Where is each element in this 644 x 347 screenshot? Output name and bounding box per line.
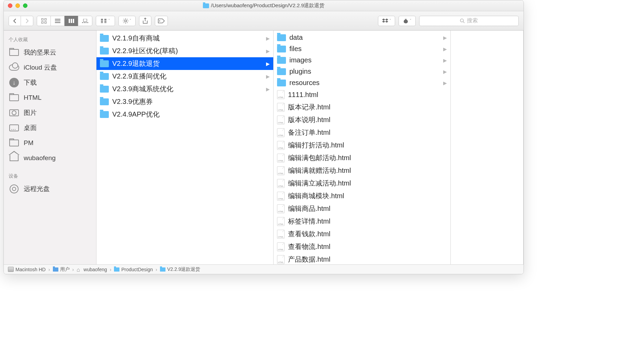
folder-row[interactable]: images▶ <box>274 55 450 66</box>
file-row[interactable]: HTML编辑商品.html <box>274 202 450 215</box>
search-input[interactable]: 搜索 <box>419 16 519 26</box>
file-row[interactable]: HTML编辑打折活动.html <box>274 139 450 152</box>
svg-rect-20 <box>104 22 106 23</box>
dropbox-button[interactable]: ˇ <box>378 16 395 26</box>
svg-rect-16 <box>101 21 103 22</box>
folder-row[interactable]: V2.4.9APP优化 <box>96 108 273 121</box>
sidebar-section-devices: 设备 <box>4 172 96 181</box>
sidebar-item[interactable]: 我的坚果云 <box>4 45 96 60</box>
path-segment[interactable]: wubaofeng <box>77 267 107 272</box>
file-row[interactable]: HTML版本说明.html <box>274 113 450 126</box>
forward-button[interactable] <box>21 16 33 26</box>
file-row[interactable]: HTML1111.html <box>274 88 450 101</box>
folder-row[interactable]: plugins▶ <box>274 66 450 77</box>
sidebar-item[interactable]: 桌面 <box>4 120 96 135</box>
folder-row[interactable]: V2.2.9直播间优化▶ <box>96 70 273 83</box>
column-view-button[interactable] <box>65 16 78 26</box>
folder-icon <box>114 267 119 272</box>
svg-rect-11 <box>82 22 83 23</box>
item-name: 标签详情.html <box>288 217 330 226</box>
svg-rect-15 <box>101 19 103 20</box>
item-name: 编辑商品.html <box>288 204 330 213</box>
chevron-right-icon: ▶ <box>443 46 447 52</box>
column-2[interactable]: data▶files▶images▶plugins▶resources▶HTML… <box>274 31 451 264</box>
folder-row[interactable]: files▶ <box>274 43 450 55</box>
folder-row[interactable]: V2.2.9退款退货▶ <box>96 57 273 70</box>
users-icon <box>53 267 58 272</box>
svg-rect-19 <box>104 21 106 22</box>
item-name: V2.2.9直播间优化 <box>112 72 166 81</box>
svg-rect-7 <box>69 19 70 23</box>
column-1[interactable]: V2.1.9自有商城▶V2.2.9社区优化(草稿)▶V2.2.9退款退货▶V2.… <box>96 31 274 264</box>
sidebar-item-label: 桌面 <box>24 123 37 132</box>
disk-icon <box>8 267 14 272</box>
sidebar-item[interactable]: ↓下载 <box>4 75 96 90</box>
sidebar-item-label: 图片 <box>24 108 37 117</box>
item-name: plugins <box>289 68 311 75</box>
zoom-button[interactable] <box>23 3 27 8</box>
download-icon: ↓ <box>9 77 20 88</box>
window-title: /Users/wubaofeng/ProductDesign/V2.2.9退款退… <box>4 2 524 9</box>
group-by-button[interactable]: ˇ <box>96 16 115 26</box>
path-segment[interactable]: ProductDesign <box>114 267 153 272</box>
html-file-icon: HTML <box>277 128 285 137</box>
list-view-button[interactable] <box>51 16 65 26</box>
file-row[interactable]: HTML查看物流.html <box>274 240 450 253</box>
minimize-button[interactable] <box>15 3 20 8</box>
file-row[interactable]: HTML编辑商城模块.html <box>274 190 450 202</box>
file-row[interactable]: HTML版本记录.html <box>274 101 450 113</box>
sidebar-item[interactable]: HTML <box>4 90 96 105</box>
chevron-right-icon: › <box>110 267 112 272</box>
column-3[interactable] <box>451 31 524 264</box>
file-row[interactable]: HTML编辑满包邮活动.html <box>274 152 450 164</box>
sidebar-item-label: HTML <box>24 94 42 101</box>
folder-icon <box>100 73 109 80</box>
path-segment[interactable]: 用户 <box>53 266 70 273</box>
file-row[interactable]: HTML查看钱款.html <box>274 228 450 240</box>
tags-button[interactable] <box>155 16 168 26</box>
folder-row[interactable]: resources▶ <box>274 77 450 88</box>
disc-icon <box>9 183 20 194</box>
item-name: V2.3.9优惠券 <box>112 97 153 106</box>
file-row[interactable]: HTML编辑满立减活动.html <box>274 177 450 190</box>
chevron-right-icon: › <box>72 267 74 272</box>
item-name: 编辑打折活动.html <box>288 141 344 150</box>
strawberry-button[interactable]: ˇ <box>399 16 416 26</box>
sidebar-item[interactable]: 远程光盘 <box>4 181 96 196</box>
sidebar-item[interactable]: 图片 <box>4 105 96 120</box>
svg-line-24 <box>463 22 464 23</box>
folder-row[interactable]: V2.3.9商城系统优化▶ <box>96 83 273 95</box>
folder-icon <box>100 111 109 118</box>
file-row[interactable]: HTML备注订单.html <box>274 126 450 139</box>
item-name: 版本记录.html <box>288 103 330 112</box>
folder-icon <box>277 46 286 52</box>
folder-row[interactable]: data▶ <box>274 32 450 43</box>
share-button[interactable] <box>139 16 151 26</box>
gallery-view-button[interactable] <box>78 16 92 26</box>
close-button[interactable] <box>8 3 12 8</box>
svg-point-22 <box>159 20 160 21</box>
icon-view-button[interactable] <box>37 16 51 26</box>
back-button[interactable] <box>9 16 21 26</box>
item-name: 产品数据.html <box>288 255 330 264</box>
action-button[interactable]: ˇ <box>118 16 136 26</box>
sidebar-item[interactable]: iCloud 云盘 <box>4 60 96 75</box>
path-segment[interactable]: Macintosh HD <box>8 267 46 272</box>
file-row[interactable]: HTML编辑满就赠活动.html <box>274 164 450 177</box>
sidebar-item[interactable]: wubaofeng <box>4 151 96 166</box>
folder-row[interactable]: V2.1.9自有商城▶ <box>96 32 273 45</box>
path-label: Macintosh HD <box>15 267 46 272</box>
folder-icon <box>9 92 20 103</box>
path-label: ProductDesign <box>121 267 153 272</box>
sidebar-item-label: PM <box>24 139 34 147</box>
path-segment[interactable]: V2.2.9退款退货 <box>160 266 200 273</box>
folder-icon <box>100 60 109 67</box>
file-row[interactable]: HTML产品数据.html <box>274 253 450 264</box>
file-row[interactable]: HTML标签详情.html <box>274 215 450 228</box>
sidebar-item[interactable]: PM <box>4 135 96 151</box>
titlebar[interactable]: /Users/wubaofeng/ProductDesign/V2.2.9退款退… <box>4 0 524 11</box>
folder-row[interactable]: V2.3.9优惠券 <box>96 95 273 108</box>
folder-icon <box>100 98 109 105</box>
folder-row[interactable]: V2.2.9社区优化(草稿)▶ <box>96 45 273 57</box>
html-file-icon: HTML <box>277 154 285 163</box>
